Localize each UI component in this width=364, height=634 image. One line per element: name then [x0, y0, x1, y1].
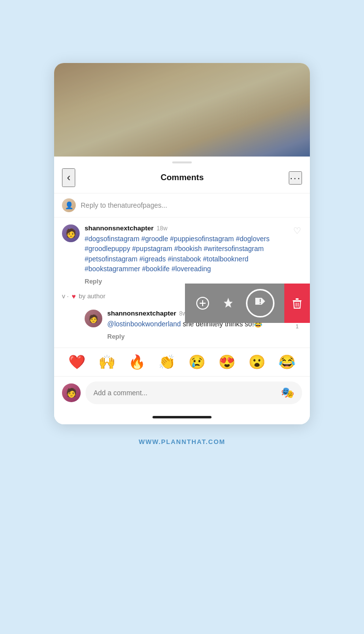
comment-input[interactable]	[93, 389, 281, 397]
main-comment-row: 🧑 shannonsnextchapter 18w #dogsofinstagr…	[62, 224, 302, 285]
svg-rect-6	[296, 298, 299, 300]
page-title: Comments	[160, 173, 204, 183]
by-author-label: by author	[79, 292, 105, 300]
reply-to-bar[interactable]: 👤 Reply to thenatureofpages...	[54, 193, 310, 218]
main-comment-time: 18w	[156, 225, 167, 232]
svg-rect-3	[260, 299, 261, 302]
heart-icon: ♥	[72, 292, 76, 300]
reply-heart-count: 1	[296, 323, 299, 329]
emoji-surprised[interactable]: 😮	[248, 354, 266, 370]
delete-button[interactable]	[284, 284, 310, 323]
back-button[interactable]: ‹	[62, 168, 75, 187]
hero-image	[54, 63, 310, 157]
reply-comment-reply-link[interactable]: Reply	[107, 333, 124, 340]
emoji-fire[interactable]: 🔥	[128, 354, 146, 370]
main-comment-section: 🧑 shannonsnextchapter 18w #dogsofinstagr…	[54, 218, 310, 348]
emoji-laughing[interactable]: 😂	[278, 354, 296, 370]
add-reaction-button[interactable]	[195, 295, 211, 311]
swipe-action-bar: v · ♥ by author ♥ 1	[62, 287, 302, 305]
home-indicator	[54, 411, 310, 424]
reply-mention[interactable]: @lostinbookwonderland	[107, 320, 181, 328]
main-comment-avatar: 🧑	[62, 224, 80, 242]
main-comment-text: #dogsofinstagram #groodle #puppiesofinst…	[85, 234, 287, 274]
emoji-heart[interactable]: ❤️	[68, 354, 86, 370]
handle-bar	[172, 161, 192, 163]
sticker-button[interactable]: 🎭	[281, 386, 294, 399]
phone-frame: ‹ Comments ··· 👤 Reply to thenatureofpag…	[54, 63, 310, 424]
main-comment-username[interactable]: shannonsnextchapter	[85, 224, 153, 232]
comments-header: ‹ Comments ···	[54, 165, 310, 193]
by-author-area: v · ♥ by author	[62, 288, 105, 304]
main-comment-reply-link[interactable]: Reply	[85, 278, 102, 285]
emoji-heart-eyes[interactable]: 😍	[218, 354, 236, 370]
main-comment-content: shannonsnextchapter 18w #dogsofinstagram…	[85, 224, 287, 285]
emoji-cry[interactable]: 😢	[188, 354, 206, 370]
svg-point-4	[260, 303, 261, 304]
reply-comment-avatar: 🧑	[85, 310, 102, 327]
current-user-avatar: 🧑	[62, 383, 81, 402]
comment-input-wrapper[interactable]: 🎭	[86, 381, 302, 404]
comment-input-row: 🧑 🎭	[54, 376, 310, 411]
by-author-text: v ·	[62, 292, 69, 300]
main-comment-meta: shannonsnextchapter 18w	[85, 224, 287, 232]
reply-comment-username[interactable]: shannonsnextchapter	[107, 310, 176, 317]
website-footer: WWW.PLANNTHAT.COM	[139, 438, 225, 445]
sheet-handle	[54, 157, 310, 165]
emoji-row: ❤️ 🙌 🔥 👏 😢 😍 😮 😂	[54, 348, 310, 376]
action-grey-area	[185, 284, 284, 323]
reply-to-avatar: 👤	[62, 198, 76, 212]
pin-button[interactable]	[220, 295, 236, 311]
reply-to-text: Reply to thenatureofpages...	[81, 201, 167, 209]
main-comment-heart-button[interactable]: ♡	[292, 224, 302, 237]
home-bar	[152, 416, 212, 418]
swipe-overlay	[185, 284, 310, 323]
emoji-raised-hands[interactable]: 🙌	[98, 354, 116, 370]
more-options-button[interactable]: ···	[289, 171, 302, 185]
emoji-clap[interactable]: 👏	[158, 354, 176, 370]
report-button[interactable]	[246, 289, 274, 317]
